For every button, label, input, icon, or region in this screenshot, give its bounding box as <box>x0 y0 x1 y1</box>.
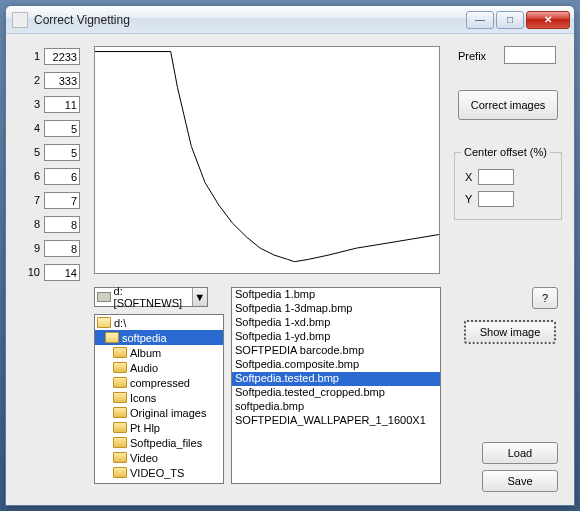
client-area: 12345678910 Prefix Correct images Center… <box>6 34 574 505</box>
file-item[interactable]: Softpedia 1-yd.bmp <box>232 330 440 344</box>
chevron-down-icon[interactable]: ▼ <box>192 288 207 306</box>
folder-icon <box>113 437 127 448</box>
folder-label: softpedia <box>122 332 167 344</box>
param-label-10: 10 <box>26 266 40 278</box>
param-input-3[interactable] <box>44 96 80 113</box>
app-window: Correct Vignetting — □ ✕ 12345678910 Pre… <box>5 5 575 506</box>
window-title: Correct Vignetting <box>34 13 466 27</box>
folder-label: compressed <box>130 377 190 389</box>
param-label-9: 9 <box>26 242 40 254</box>
param-input-1[interactable] <box>44 48 80 65</box>
folder-label: Pt Hlp <box>130 422 160 434</box>
folder-item[interactable]: Original images <box>95 405 223 420</box>
help-button[interactable]: ? <box>532 287 558 309</box>
folder-label: Album <box>130 347 161 359</box>
minimize-button[interactable]: — <box>466 11 494 29</box>
param-label-3: 3 <box>26 98 40 110</box>
folder-item[interactable]: Video <box>95 450 223 465</box>
folder-item[interactable]: softpedia <box>95 330 223 345</box>
param-label-6: 6 <box>26 170 40 182</box>
folder-icon <box>113 347 127 358</box>
maximize-button[interactable]: □ <box>496 11 524 29</box>
file-item[interactable]: Softpedia 1-xd.bmp <box>232 316 440 330</box>
param-input-7[interactable] <box>44 192 80 209</box>
center-x-label: X <box>465 171 472 183</box>
param-label-5: 5 <box>26 146 40 158</box>
folder-label: Icons <box>130 392 156 404</box>
vignetting-chart <box>94 46 440 274</box>
drive-icon <box>97 292 111 302</box>
close-button[interactable]: ✕ <box>526 11 570 29</box>
param-input-8[interactable] <box>44 216 80 233</box>
drive-combo[interactable]: d: [SOFTNEWS] ▼ <box>94 287 208 307</box>
center-offset-title: Center offset (%) <box>461 146 550 158</box>
correct-images-button[interactable]: Correct images <box>458 90 558 120</box>
drive-text: d: [SOFTNEWS] <box>114 285 192 309</box>
param-input-5[interactable] <box>44 144 80 161</box>
titlebar[interactable]: Correct Vignetting — □ ✕ <box>6 6 574 34</box>
param-input-9[interactable] <box>44 240 80 257</box>
folder-item[interactable]: compressed <box>95 375 223 390</box>
param-input-4[interactable] <box>44 120 80 137</box>
folder-icon <box>113 362 127 373</box>
folder-icon <box>113 392 127 403</box>
folder-label: VIDEO_TS <box>130 467 184 479</box>
folder-item[interactable]: Softpedia_files <box>95 435 223 450</box>
folder-open-icon <box>97 317 111 328</box>
param-label-7: 7 <box>26 194 40 206</box>
param-label-1: 1 <box>26 50 40 62</box>
file-item[interactable]: SOFTPEDIA_WALLPAPER_1_1600X1 <box>232 414 440 428</box>
folder-item[interactable]: VIDEO_TS <box>95 465 223 480</box>
center-offset-group: Center offset (%) X Y <box>454 152 562 220</box>
param-input-2[interactable] <box>44 72 80 89</box>
folder-icon <box>113 377 127 388</box>
folder-item[interactable]: Album <box>95 345 223 360</box>
file-item[interactable]: softpedia.bmp <box>232 400 440 414</box>
folder-label: Softpedia_files <box>130 437 202 449</box>
file-item[interactable]: Softpedia.tested.bmp <box>232 372 440 386</box>
file-item[interactable]: Softpedia.composite.bmp <box>232 358 440 372</box>
load-button[interactable]: Load <box>482 442 558 464</box>
folder-icon <box>113 407 127 418</box>
file-item[interactable]: Softpedia 1.bmp <box>232 288 440 302</box>
save-button[interactable]: Save <box>482 470 558 492</box>
folder-item[interactable]: d:\ <box>95 315 223 330</box>
folder-label: Original images <box>130 407 206 419</box>
file-list[interactable]: Softpedia 1.bmpSoftpedia 1-3dmap.bmpSoft… <box>231 287 441 484</box>
show-image-button[interactable]: Show image <box>464 320 556 344</box>
prefix-input[interactable] <box>504 46 556 64</box>
file-item[interactable]: Softpedia.tested_cropped.bmp <box>232 386 440 400</box>
file-item[interactable]: Softpedia 1-3dmap.bmp <box>232 302 440 316</box>
folder-label: d:\ <box>114 317 126 329</box>
center-y-input[interactable] <box>478 191 514 207</box>
center-x-input[interactable] <box>478 169 514 185</box>
folder-item[interactable]: Audio <box>95 360 223 375</box>
file-item[interactable]: SOFTPEDIA barcode.bmp <box>232 344 440 358</box>
folder-icon <box>113 422 127 433</box>
prefix-label: Prefix <box>458 50 486 62</box>
folder-item[interactable]: Icons <box>95 390 223 405</box>
param-label-8: 8 <box>26 218 40 230</box>
param-input-6[interactable] <box>44 168 80 185</box>
folder-icon <box>113 452 127 463</box>
folder-open-icon <box>105 332 119 343</box>
folder-label: Audio <box>130 362 158 374</box>
center-y-label: Y <box>465 193 472 205</box>
folder-label: Video <box>130 452 158 464</box>
param-input-10[interactable] <box>44 264 80 281</box>
folder-icon <box>113 467 127 478</box>
param-label-4: 4 <box>26 122 40 134</box>
window-controls: — □ ✕ <box>466 11 570 29</box>
app-icon <box>12 12 28 28</box>
folder-item[interactable]: Pt Hlp <box>95 420 223 435</box>
param-label-2: 2 <box>26 74 40 86</box>
folder-list[interactable]: d:\softpediaAlbumAudiocompressedIconsOri… <box>94 314 224 484</box>
